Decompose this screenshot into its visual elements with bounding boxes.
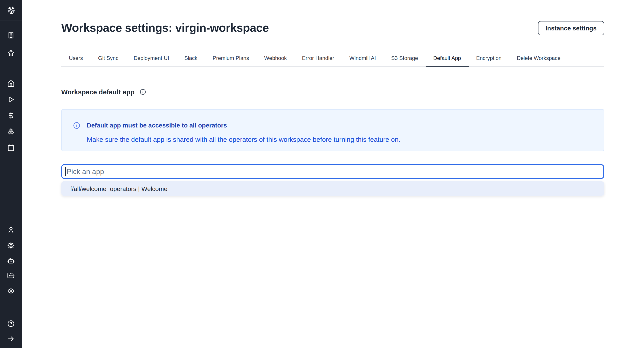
instance-settings-button[interactable]: Instance settings bbox=[538, 21, 604, 35]
sidebar-item-settings[interactable] bbox=[3, 238, 18, 253]
boxes-icon bbox=[7, 128, 15, 135]
info-banner: Default app must be accessible to all op… bbox=[61, 109, 604, 151]
page-header: Workspace settings: virgin-workspace Ins… bbox=[61, 21, 604, 35]
info-circle-icon bbox=[73, 122, 80, 129]
arrow-right-icon bbox=[7, 335, 15, 342]
home-icon bbox=[7, 80, 15, 87]
banner-body: Make sure the default app is shared with… bbox=[87, 135, 590, 144]
sidebar-item-variables[interactable] bbox=[3, 108, 18, 123]
sidebar-item-runs[interactable] bbox=[3, 92, 18, 107]
building-icon bbox=[7, 31, 15, 39]
app-picker-dropdown: f/all/welcome_operators | Welcome bbox=[61, 181, 604, 196]
sidebar-item-folders[interactable] bbox=[3, 268, 18, 283]
main-content: Workspace settings: virgin-workspace Ins… bbox=[22, 0, 644, 348]
sidebar-group-workspace bbox=[0, 21, 22, 66]
sidebar-item-home[interactable] bbox=[3, 76, 18, 91]
tab-git-sync[interactable]: Git Sync bbox=[90, 50, 126, 66]
sidebar-item-resources[interactable] bbox=[3, 124, 18, 139]
settings-tabs: UsersGit SyncDeployment UISlackPremium P… bbox=[61, 50, 604, 67]
sidebar-item-schedules[interactable] bbox=[3, 140, 18, 155]
tab-slack[interactable]: Slack bbox=[177, 50, 205, 66]
tab-windmill-ai[interactable]: Windmill AI bbox=[342, 50, 384, 66]
tab-encryption[interactable]: Encryption bbox=[468, 50, 509, 66]
tab-default-app[interactable]: Default App bbox=[426, 50, 468, 67]
sidebar-item-workers[interactable] bbox=[3, 253, 18, 268]
sidebar-logo[interactable] bbox=[0, 0, 22, 21]
info-icon[interactable] bbox=[140, 88, 146, 95]
sidebar-item-expand[interactable] bbox=[3, 331, 18, 346]
windmill-app: Workspace settings: virgin-workspace Ins… bbox=[0, 0, 644, 348]
sidebar-item-users[interactable] bbox=[3, 222, 18, 238]
sidebar-item-workspaces[interactable] bbox=[3, 27, 18, 42]
info-banner-header: Default app must be accessible to all op… bbox=[73, 121, 590, 130]
bot-icon bbox=[7, 256, 15, 264]
tab-users[interactable]: Users bbox=[61, 50, 90, 66]
tab-premium-plans[interactable]: Premium Plans bbox=[205, 50, 257, 66]
calendar-icon bbox=[7, 144, 15, 152]
app-picker bbox=[61, 164, 604, 179]
screen: Workspace settings: virgin-workspace Ins… bbox=[0, 0, 644, 348]
section-title: Workspace default app bbox=[61, 88, 134, 96]
sidebar-group-admin bbox=[0, 222, 22, 298]
text-caret bbox=[65, 167, 66, 176]
tab-delete-workspace[interactable]: Delete Workspace bbox=[509, 50, 568, 66]
windmill-logo-icon bbox=[6, 5, 16, 15]
sidebar-item-help[interactable] bbox=[3, 316, 18, 331]
app-picker-input[interactable] bbox=[61, 164, 604, 179]
sidebar-group-main bbox=[0, 76, 22, 155]
tab-s3-storage[interactable]: S3 Storage bbox=[384, 50, 426, 66]
gear-icon bbox=[7, 241, 15, 249]
help-circle-icon bbox=[7, 320, 15, 327]
tab-deployment-ui[interactable]: Deployment UI bbox=[126, 50, 177, 66]
play-icon bbox=[7, 96, 15, 103]
folder-open-icon bbox=[7, 272, 15, 279]
dollar-sign-icon bbox=[7, 112, 15, 119]
sidebar bbox=[0, 0, 22, 348]
sidebar-item-audit-logs[interactable] bbox=[3, 283, 18, 298]
banner-title: Default app must be accessible to all op… bbox=[87, 121, 227, 130]
star-icon bbox=[7, 49, 15, 56]
eye-icon bbox=[7, 287, 15, 294]
sidebar-item-favorites[interactable] bbox=[3, 45, 18, 60]
dropdown-item[interactable]: f/all/welcome_operators | Welcome bbox=[61, 181, 604, 196]
tab-webhook[interactable]: Webhook bbox=[257, 50, 294, 66]
section-header: Workspace default app bbox=[61, 88, 604, 96]
tab-error-handler[interactable]: Error Handler bbox=[294, 50, 342, 66]
page-title: Workspace settings: virgin-workspace bbox=[61, 21, 269, 34]
user-icon bbox=[7, 226, 15, 234]
sidebar-group-footer bbox=[0, 316, 22, 348]
